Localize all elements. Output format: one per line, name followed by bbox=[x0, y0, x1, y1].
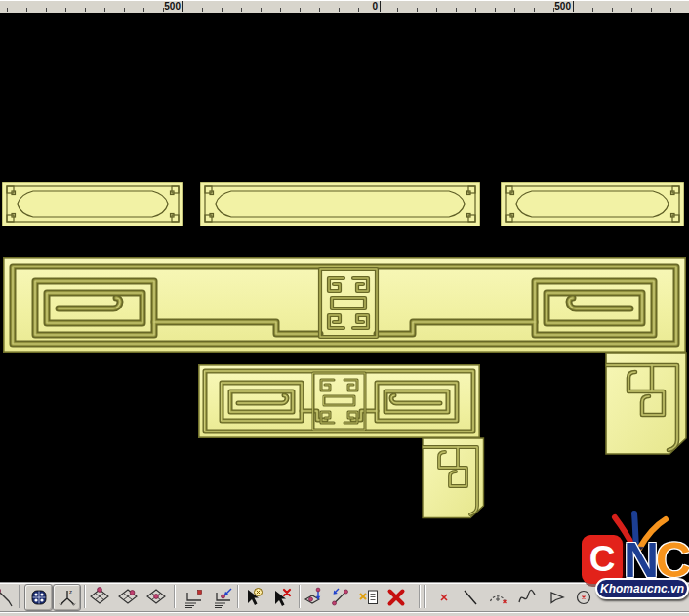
khomaucnc-logo: C N C Khomaucnc.vn bbox=[580, 512, 689, 603]
ruler-label: 500 bbox=[554, 0, 573, 13]
ruler-minor-tick bbox=[553, 8, 554, 12]
relief-corner-bracket-center[interactable] bbox=[422, 437, 485, 519]
toolbar-separator bbox=[19, 585, 20, 608]
ruler-minor-tick bbox=[456, 8, 457, 12]
pick-remove-icon[interactable] bbox=[270, 587, 292, 608]
draw-line-icon[interactable] bbox=[460, 587, 481, 608]
ruler-minor-tick bbox=[124, 8, 125, 12]
ruler-minor-tick bbox=[339, 8, 340, 12]
ruler-minor-tick bbox=[104, 8, 105, 12]
ruler-label: 500 bbox=[164, 0, 182, 13]
datum-plane-top-icon[interactable] bbox=[89, 587, 110, 608]
logo-letter-c2: C bbox=[656, 537, 689, 584]
design-canvas[interactable] bbox=[0, 13, 689, 582]
flat-frame-panel-left[interactable] bbox=[2, 182, 183, 226]
ruler-minor-tick bbox=[280, 8, 281, 12]
relief-corner-bracket-right[interactable] bbox=[605, 352, 688, 456]
toolbar-separator bbox=[237, 585, 239, 608]
ruler-minor-tick bbox=[651, 8, 652, 12]
relief-meander-panel-small[interactable] bbox=[198, 364, 480, 438]
ruler-minor-tick bbox=[85, 8, 86, 12]
relief-meander-panel-large[interactable] bbox=[3, 257, 686, 353]
logo-letter-n: N bbox=[624, 537, 659, 584]
project-points-down-icon[interactable] bbox=[303, 587, 324, 608]
ruler-minor-tick bbox=[241, 8, 242, 12]
logo-subtext-pill: Khomaucnc.vn bbox=[595, 578, 689, 599]
ruler-minor-tick bbox=[397, 8, 398, 12]
ruler-minor-tick bbox=[143, 8, 144, 12]
pick-snap-icon[interactable] bbox=[242, 587, 263, 608]
ruler-minor-tick bbox=[26, 8, 27, 12]
ruler-minor-tick bbox=[202, 8, 203, 12]
toolbar-grip[interactable] bbox=[424, 585, 426, 608]
ruler-minor-tick bbox=[417, 8, 418, 12]
ruler-label: 0 bbox=[372, 0, 380, 13]
measure-line-icon[interactable] bbox=[330, 587, 351, 608]
draw-polygon-icon[interactable] bbox=[546, 587, 567, 608]
layer-flatten-icon[interactable] bbox=[182, 587, 204, 608]
ruler-minor-tick bbox=[358, 8, 359, 12]
ruler-minor-tick bbox=[514, 8, 515, 12]
ruler-minor-tick bbox=[46, 8, 47, 12]
ruler-minor-tick bbox=[475, 8, 476, 12]
logo-letter-c1: C bbox=[582, 535, 623, 584]
pick-list-icon[interactable] bbox=[358, 587, 380, 608]
ruler-minor-tick bbox=[319, 8, 320, 12]
ruler-minor-tick bbox=[592, 8, 593, 12]
toolbar-separator bbox=[84, 585, 86, 608]
ruler-minor-tick bbox=[222, 8, 223, 12]
reference-ball-icon bbox=[28, 587, 50, 608]
layer-flatten-pick-icon[interactable] bbox=[212, 587, 233, 608]
view-reference-ball-button[interactable] bbox=[24, 584, 53, 611]
ruler-major-tick bbox=[380, 1, 381, 12]
status-strip bbox=[0, 611, 689, 616]
axes-icon: z bbox=[57, 587, 78, 608]
toolbar-separator bbox=[299, 585, 301, 608]
ruler-minor-tick bbox=[163, 8, 164, 12]
toolbar-grip[interactable] bbox=[419, 585, 421, 608]
ruler-minor-tick bbox=[7, 8, 8, 12]
horizontal-ruler: 500 0 500 bbox=[0, 0, 689, 14]
ruler-minor-tick bbox=[300, 8, 301, 12]
ruler-minor-tick bbox=[65, 8, 66, 12]
app-window: 500 0 500 bbox=[0, 0, 689, 616]
svg-text:z: z bbox=[69, 589, 72, 595]
delete-icon[interactable] bbox=[385, 587, 407, 608]
ruler-minor-tick bbox=[534, 8, 535, 12]
ruler-major-tick bbox=[182, 1, 183, 12]
ruler-major-tick bbox=[573, 1, 574, 12]
flat-frame-panel-center[interactable] bbox=[200, 182, 480, 226]
ruler-minor-tick bbox=[612, 8, 613, 12]
datum-plane-center-icon[interactable] bbox=[145, 587, 167, 608]
toolbar-separator bbox=[174, 585, 176, 608]
ruler-minor-tick bbox=[631, 8, 632, 12]
datum-plane-corner-icon[interactable] bbox=[117, 587, 139, 608]
view-axes-button[interactable]: z bbox=[53, 584, 81, 611]
draw-point-icon[interactable] bbox=[433, 587, 455, 608]
ruler-minor-tick bbox=[495, 8, 496, 12]
ruler-minor-tick bbox=[436, 8, 437, 12]
draw-curve-icon[interactable] bbox=[516, 587, 538, 608]
node-edit-partial-icon[interactable] bbox=[0, 587, 15, 608]
flat-frame-panel-right[interactable] bbox=[501, 182, 684, 226]
draw-arc-icon[interactable] bbox=[487, 587, 508, 608]
ruler-minor-tick bbox=[261, 8, 262, 12]
ruler-minor-tick bbox=[670, 8, 671, 12]
